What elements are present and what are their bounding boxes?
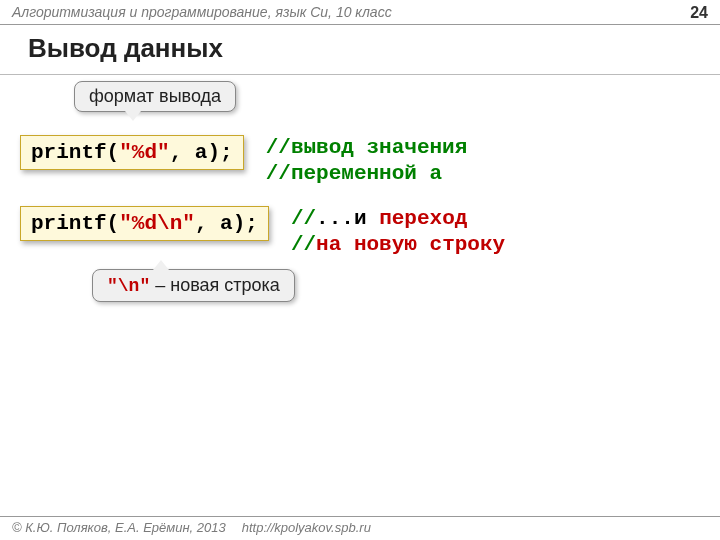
- c2-l1b: ...и: [316, 207, 379, 230]
- code-box-1: printf("%d", a);: [20, 135, 244, 170]
- code1-fmt: %d: [132, 141, 157, 164]
- code2-q1: ": [119, 212, 132, 235]
- header: Алгоритмизация и программирование, язык …: [0, 0, 720, 25]
- example-row-2: printf("%d\n", a); //...и переход //на н…: [20, 206, 700, 259]
- comment2-line2: //на новую строку: [291, 232, 505, 258]
- comment-1: //вывод значения //переменной a: [266, 135, 468, 188]
- footer: © К.Ю. Поляков, Е.А. Ерёмин, 2013 http:/…: [0, 516, 720, 540]
- code2-nl: \n: [157, 212, 182, 235]
- comment-2: //...и переход //на новую строку: [291, 206, 505, 259]
- comment1-line1: //вывод значения: [266, 135, 468, 161]
- code2-fmt: %d: [132, 212, 157, 235]
- example-row-1: printf("%d", a); //вывод значения //пере…: [20, 135, 700, 188]
- code2-fn: printf(: [31, 212, 119, 235]
- comment1-line2: //переменной a: [266, 161, 468, 187]
- copyright: © К.Ю. Поляков, Е.А. Ерёмин, 2013: [12, 520, 226, 535]
- code1-rest: , a);: [170, 141, 233, 164]
- code2-q2: ": [182, 212, 195, 235]
- c2-l2a: //: [291, 233, 316, 256]
- code1-q2: ": [157, 141, 170, 164]
- callout-format: формат вывода: [74, 81, 236, 112]
- footer-url: http://kpolyakov.spb.ru: [242, 520, 371, 535]
- page-title: Вывод данных: [0, 25, 720, 75]
- callout-nl-text: – новая строка: [150, 275, 280, 295]
- c2-l1c: переход: [379, 207, 467, 230]
- callout-newline: "\n" – новая строка: [92, 269, 295, 302]
- code1-q1: ": [119, 141, 132, 164]
- c2-l1a: //: [291, 207, 316, 230]
- code-box-2: printf("%d\n", a);: [20, 206, 269, 241]
- comment2-line1: //...и переход: [291, 206, 505, 232]
- code1-fn: printf(: [31, 141, 119, 164]
- page-number: 24: [690, 4, 708, 22]
- content-area: формат вывода printf("%d", a); //вывод з…: [0, 75, 720, 272]
- callout-nl-code: "\n": [107, 276, 150, 296]
- c2-l2b: на новую строку: [316, 233, 505, 256]
- course-label: Алгоритмизация и программирование, язык …: [12, 4, 392, 22]
- code2-rest: , a);: [195, 212, 258, 235]
